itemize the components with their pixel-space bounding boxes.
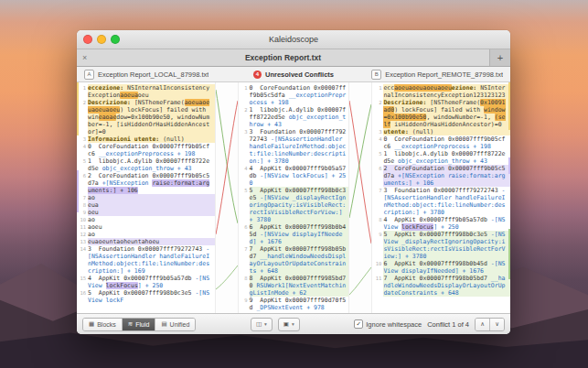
close-window-button[interactable] (83, 35, 92, 44)
pane-a-local: 1eccezione: NSInternalInconsistencyExcep… (77, 82, 215, 313)
line-number: 2 (239, 106, 250, 128)
diff-line-text: 2 CoreFoundation 0x00007fff9b05c5d7a +[N… (383, 165, 510, 187)
ignore-whitespace-checkbox[interactable]: ✓ Ignore whitespace (354, 319, 422, 329)
diff-line[interactable]: 33 Foundation 0x00007fff79272743 -[NSAss… (239, 128, 349, 165)
chevron-down-icon: ▾ (292, 321, 294, 327)
diff-line[interactable]: 3utente: (null) (372, 128, 510, 135)
line-number: 8 (239, 275, 250, 297)
diff-line[interactable]: 2Descrizione: [NSThemeFrame(0x10091ad0) … (372, 99, 510, 128)
bottom-toolbar: ▦ Blocks ≋ Fluid ▤ Unified ◫ ▾ ▣ ▾ ✓ Ign… (77, 313, 510, 334)
diff-line[interactable]: 44 AppKit 0x00007fff9b05a57db -[NSView l… (239, 165, 349, 187)
display-options-button[interactable]: ▣ ▾ (278, 318, 300, 331)
line-number: 8 (372, 216, 383, 231)
diff-line[interactable]: 2Descrizione: [NSThemeFrame(aoeuaoeuaoeu… (77, 99, 215, 135)
diff-line[interactable]: 165 AppKit 0x00007fff998b0c3e5 -[NSView … (77, 289, 215, 304)
diff-line[interactable]: 10 CoreFoundation 0x00007fff9b05c5dfa __… (239, 84, 349, 106)
diff-line[interactable]: 73 Foundation 0x00007fff79272743 -[NSAss… (372, 187, 510, 216)
change-overview-strip-right (508, 82, 510, 313)
diff-line[interactable]: 55 AppKit 0x00007fff998b0c3e5 -[NSView _… (239, 187, 349, 223)
file-header-left: A Exception Report_LOCAL_87998.txt (84, 70, 253, 80)
view-mode-control: ▦ Blocks ≋ Fluid ▤ Unified (82, 318, 196, 331)
diff-line-text: Informazioni utente: (null) (88, 135, 215, 143)
diff-line[interactable]: 10ao (77, 216, 215, 223)
layout-menu-button[interactable]: ◫ ▾ (251, 318, 273, 331)
diff-line-text: oeu (88, 209, 215, 216)
line-number: 7 (239, 245, 250, 275)
diff-line[interactable]: 106 AppKit 0x00007fff998b0b45d -[NSView … (372, 260, 510, 275)
next-conflict-button[interactable]: ∨ (490, 319, 504, 330)
diff-line-text: utente: (null) (383, 128, 510, 135)
diff-line[interactable]: 13euaoeuntaoheuntahoeu (77, 238, 215, 245)
connector-lines-right (349, 82, 371, 313)
line-number: 10 (372, 260, 383, 275)
diff-line[interactable]: 51 libobjc.A.dylib 0x00007fff8722ed5e ob… (372, 150, 510, 165)
diff-line[interactable]: 143 Foundation 0x00007fff79272743 -[NSAs… (77, 245, 215, 275)
view-mode-unified[interactable]: ▤ Unified (155, 319, 195, 330)
diff-line-text: 4 AppKit 0x00007fff9b05a57db -[NSView lo… (383, 216, 510, 231)
diff-gutter-right (348, 82, 372, 313)
diff-line-text: 7 AppKit 0x00007fff998b05bd7 __handleWin… (250, 245, 349, 275)
diff-line-text: 4 AppKit 0x00007fff9b05a57db -[NSView lo… (88, 275, 215, 289)
diff-line[interactable]: 7ao (77, 194, 215, 201)
diff-line[interactable]: 11aoeu (77, 223, 215, 231)
diff-line[interactable]: 1eccezione: NSInternalInconsistencyExcep… (77, 84, 215, 99)
window-titlebar[interactable]: Kaleidoscope (77, 30, 510, 49)
conflict-status: 4 Unresolved Conflicts (253, 70, 334, 79)
options-icon: ▣ (283, 320, 289, 328)
diff-line[interactable]: 62 CoreFoundation 0x00007fff9b05c5d7a +[… (77, 172, 215, 194)
conflict-count-badge: 4 (253, 70, 262, 79)
diff-line[interactable]: 12ao (77, 231, 215, 238)
new-tab-button[interactable]: + (490, 49, 510, 66)
diff-line-text: euaoeuntaoheuntahoeu (88, 238, 215, 245)
diff-line-text: 1 libobjc.A.dylib 0x00007fff8722ed5e obj… (88, 157, 215, 172)
connector-lines-left (216, 82, 238, 313)
diff-line-text: 4 AppKit 0x00007fff9b05a57db -[NSView lo… (250, 165, 349, 187)
line-number: 6 (239, 223, 250, 245)
diff-line[interactable]: 9oeu (77, 209, 215, 216)
diff-line-text: Descrizione: [NSThemeFrame(0x10091ad0) l… (383, 99, 510, 128)
window-title: Kaleidoscope (77, 35, 510, 44)
diff-line-text: ao (88, 194, 215, 201)
diff-line[interactable]: 88 AppKit 0x00007fff9985bd70 RSUWork1[Ne… (239, 275, 349, 297)
line-number: 6 (372, 165, 383, 187)
diff-line[interactable]: 3Informazioni utente: (null) (77, 135, 215, 143)
diff-line[interactable]: 40 CoreFoundation 0x00007fff9b05cfc6 __e… (77, 143, 215, 157)
file-header-bar: A Exception Report_LOCAL_87998.txt 4 Unr… (77, 67, 510, 82)
diff-line[interactable]: 1eccaoeuaoeuaoeuaoeuezione: NSInternalIn… (372, 84, 510, 99)
diff-line-text: 1 libobjc.A.dylib 0x00007fff8722ed5e obj… (383, 150, 510, 165)
traffic-lights (83, 30, 120, 49)
line-number: 11 (372, 275, 383, 297)
diff-line[interactable]: 51 libobjc.A.dylib 0x00007fff8722ed5e ob… (77, 157, 215, 172)
view-mode-blocks[interactable]: ▦ Blocks (83, 319, 123, 330)
diff-line[interactable]: 117 AppKit 0x00007fff998b05bd7 __handleW… (372, 275, 510, 297)
fluid-icon: ≋ (128, 321, 133, 328)
diff-line-text: 6 AppKit 0x00007fff998b0b45d -[NSView di… (383, 260, 510, 275)
unified-icon: ▤ (161, 321, 166, 328)
diff-line[interactable]: 154 AppKit 0x00007fff9b05a57db -[NSView … (77, 275, 215, 289)
diff-line[interactable]: 21 libobjc.A.dylib 0x00007fff8722ed5e ob… (239, 106, 349, 128)
diff-line[interactable]: 84 AppKit 0x00007fff9b05a57db -[NSView l… (372, 216, 510, 231)
tab-exception-report[interactable]: × Exception Report.txt (77, 49, 490, 66)
diff-line-text: ao (88, 231, 215, 238)
diff-line-text: aoeu (88, 223, 215, 231)
diff-line[interactable]: 8eua (77, 201, 215, 209)
diff-line[interactable]: 99 AppKit 0x00007fff90d70f5d _DPSNextEve… (239, 297, 349, 311)
diff-line[interactable]: 95 AppKit 0x00007fff998b0c3e5 -[NSView _… (372, 231, 510, 260)
file-a-badge: A (84, 70, 94, 80)
minimize-window-button[interactable] (97, 35, 106, 44)
diff-content-area: 1eccezione: NSInternalInconsistencyExcep… (77, 82, 510, 313)
file-a-name: Exception Report_LOCAL_87998.txt (98, 70, 208, 79)
diff-line[interactable]: 77 AppKit 0x00007fff998b05bd7 __handleWi… (239, 245, 349, 275)
diff-line[interactable]: 62 CoreFoundation 0x00007fff9b05c5d7a +[… (372, 165, 510, 187)
previous-conflict-button[interactable]: ∧ (476, 319, 490, 330)
diff-line[interactable]: 40 CoreFoundation 0x00007fff9b05cfc6 __e… (372, 135, 510, 150)
line-number: 3 (372, 128, 383, 135)
diff-line-text: 3 Foundation 0x00007fff79272743 -[NSAsse… (250, 128, 349, 165)
diff-line[interactable]: 66 AppKit 0x00007fff998b0b45d -[NSView d… (239, 223, 349, 245)
diff-line-text: 0 CoreFoundation 0x00007fff9b05cfc6 __ex… (88, 143, 215, 157)
pane-b-remote: 1eccaoeuaoeuaoeuaoeuezione: NSInternalIn… (372, 82, 510, 313)
tab-close-icon[interactable]: × (82, 54, 87, 62)
zoom-window-button[interactable] (111, 35, 120, 44)
diff-line-text: eua (88, 201, 215, 209)
view-mode-fluid[interactable]: ≋ Fluid (123, 319, 156, 330)
